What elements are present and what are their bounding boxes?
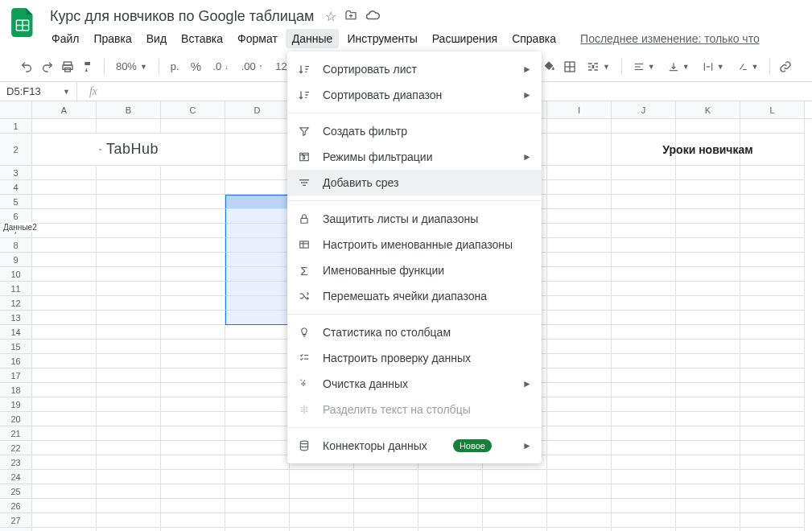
- row-header[interactable]: 17: [0, 368, 32, 383]
- sheets-app-icon[interactable]: [6, 6, 39, 39]
- menu-data-cleanup[interactable]: Очистка данных►: [287, 371, 542, 397]
- menu-data-connectors[interactable]: Коннекторы данныхНовое►: [287, 433, 542, 459]
- menu-sort-sheet[interactable]: Сортировать лист►: [287, 56, 542, 82]
- col-header[interactable]: J: [612, 101, 676, 118]
- checklist-icon: [297, 351, 311, 365]
- row-header[interactable]: 5: [0, 195, 32, 209]
- row-header[interactable]: 20: [0, 412, 32, 426]
- menu-sort-range[interactable]: Сортировать диапазон►: [287, 82, 542, 108]
- decrease-decimal-button[interactable]: .0↓: [208, 60, 233, 72]
- row-header[interactable]: 13: [0, 311, 32, 325]
- col-header[interactable]: D: [225, 101, 290, 118]
- menu-filter-views[interactable]: Режимы фильтрации►: [287, 144, 542, 170]
- last-change-link[interactable]: Последнее изменение: только что: [580, 32, 760, 45]
- sigma-icon: Σ: [297, 263, 311, 278]
- menu-create-filter[interactable]: Создать фильтр: [287, 118, 542, 144]
- sort-sheet-icon: [297, 62, 311, 76]
- cloud-status-icon[interactable]: [365, 9, 380, 24]
- undo-button[interactable]: [18, 56, 35, 77]
- shuffle-icon: [297, 289, 311, 303]
- svg-rect-20: [300, 241, 309, 248]
- svg-point-24: [300, 441, 307, 444]
- row-header[interactable]: 14: [0, 325, 32, 340]
- menu-file[interactable]: Файл: [45, 29, 85, 48]
- menubar: Файл Правка Вид Вставка Формат Данные Ин…: [45, 27, 806, 50]
- menu-format[interactable]: Формат: [231, 29, 284, 48]
- row-header[interactable]: 10: [0, 267, 32, 282]
- row-header[interactable]: 9: [0, 253, 32, 267]
- row-header[interactable]: 25: [0, 484, 32, 499]
- row-header[interactable]: 16: [0, 354, 32, 368]
- row-header[interactable]: 15: [0, 340, 32, 354]
- row-header[interactable]: 3: [0, 166, 32, 180]
- named-range-tag: Данные2: [2, 223, 39, 232]
- svg-rect-19: [301, 218, 307, 223]
- row-header[interactable]: 23: [0, 455, 32, 470]
- slicer-icon: [297, 175, 311, 190]
- borders-button[interactable]: [561, 56, 579, 77]
- menu-extensions[interactable]: Расширения: [426, 29, 504, 48]
- increase-decimal-button[interactable]: .00↑: [237, 60, 268, 72]
- percent-button[interactable]: %: [188, 56, 205, 77]
- row-header[interactable]: 18: [0, 383, 32, 397]
- menu-named-functions[interactable]: ΣИменованные функции: [287, 257, 542, 283]
- row-header[interactable]: 12: [0, 296, 32, 311]
- select-all-corner[interactable]: [0, 101, 32, 118]
- col-header[interactable]: A: [32, 101, 97, 118]
- row-header[interactable]: 1: [0, 119, 32, 134]
- menu-view[interactable]: Вид: [140, 29, 173, 48]
- vertical-align-button[interactable]: ▼: [663, 61, 695, 72]
- name-box[interactable]: D5:F13▼: [0, 82, 77, 101]
- menu-data[interactable]: Данные: [286, 29, 340, 48]
- print-button[interactable]: [60, 56, 77, 77]
- fill-color-button[interactable]: [541, 56, 559, 77]
- menu-help[interactable]: Справка: [505, 29, 563, 48]
- insert-link-button[interactable]: [777, 56, 794, 77]
- menu-add-slicer[interactable]: Добавить срез: [287, 170, 542, 196]
- row-header[interactable]: 2: [0, 134, 32, 166]
- row-header[interactable]: 24: [0, 470, 32, 484]
- menu-tools[interactable]: Инструменты: [340, 29, 423, 48]
- redo-button[interactable]: [39, 56, 56, 77]
- star-icon[interactable]: ☆: [325, 9, 336, 24]
- currency-button[interactable]: р.: [166, 60, 184, 72]
- data-menu-dropdown: Сортировать лист► Сортировать диапазон► …: [287, 51, 542, 463]
- merge-cells-button[interactable]: ▼: [582, 60, 615, 73]
- menu-named-ranges[interactable]: Настроить именованные диапазоны: [287, 232, 542, 257]
- row-header[interactable]: 4: [0, 180, 32, 195]
- col-header[interactable]: K: [676, 101, 740, 118]
- zoom-select[interactable]: 80%▼: [111, 60, 152, 72]
- row-header[interactable]: 26: [0, 499, 32, 513]
- col-header[interactable]: B: [97, 101, 161, 118]
- col-header[interactable]: C: [161, 101, 225, 118]
- menu-edit[interactable]: Правка: [87, 29, 138, 48]
- row-header[interactable]: 6: [0, 209, 32, 224]
- active-cell[interactable]: [225, 195, 290, 209]
- row-header[interactable]: 11: [0, 282, 32, 296]
- new-badge: Новое: [453, 439, 492, 452]
- sort-range-icon: [297, 88, 311, 102]
- row-header[interactable]: 19: [0, 397, 32, 412]
- menu-randomize-range[interactable]: Перемешать ячейки диапазона: [287, 283, 542, 309]
- menu-column-stats[interactable]: Статистика по столбцам: [287, 319, 542, 345]
- horizontal-align-button[interactable]: ▼: [629, 61, 660, 72]
- menu-data-validation[interactable]: Настроить проверку данных: [287, 345, 542, 371]
- text-wrap-button[interactable]: ▼: [698, 61, 729, 72]
- database-icon: [297, 438, 311, 453]
- row-header[interactable]: 27: [0, 513, 32, 528]
- move-icon[interactable]: [344, 9, 357, 24]
- paint-format-button[interactable]: [80, 56, 97, 77]
- col-header[interactable]: I: [547, 101, 612, 118]
- filter-views-icon: [297, 150, 311, 164]
- text-rotation-button[interactable]: ▼: [732, 61, 764, 72]
- sparkle-icon: [297, 377, 311, 391]
- row-header[interactable]: 21: [0, 426, 32, 441]
- col-header[interactable]: L: [740, 101, 805, 118]
- menu-insert[interactable]: Вставка: [175, 29, 229, 48]
- row-header[interactable]: 8: [0, 238, 32, 253]
- row-header[interactable]: 28: [0, 528, 32, 531]
- row-header[interactable]: 22: [0, 441, 32, 455]
- menu-protect-sheets[interactable]: Защитить листы и диапазоны: [287, 206, 542, 232]
- menu-split-text: Разделить текст на столбцы: [287, 397, 542, 422]
- document-title[interactable]: Курс для новчиков по Google таблицам: [45, 6, 319, 27]
